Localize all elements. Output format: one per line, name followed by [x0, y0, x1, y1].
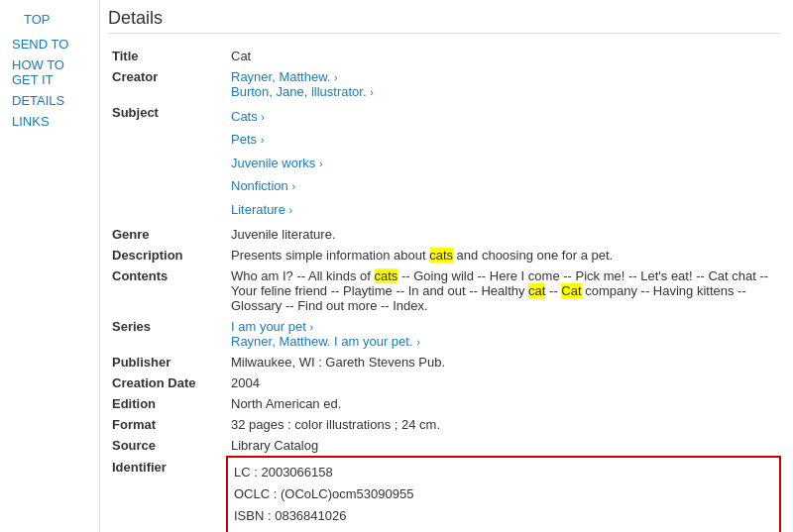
sidebar: TOP SEND TO HOW TO GET IT DETAILS LINKS	[0, 0, 99, 532]
format-value: 32 pages : color illustrations ; 24 cm.	[227, 414, 780, 435]
series2-link[interactable]: Rayner, Matthew. I am your pet.	[231, 334, 413, 349]
genre-label: Genre	[108, 224, 227, 245]
table-row-edition: Edition North American ed.	[108, 393, 780, 414]
source-label: Source	[108, 435, 227, 457]
table-row-format: Format 32 pages : color illustrations ; …	[108, 414, 780, 435]
creation-date-value: 2004	[227, 372, 780, 393]
subject-nonfiction-link[interactable]: Nonfiction	[231, 178, 288, 193]
subject-pets-chevron: ›	[261, 134, 265, 146]
edition-label: Edition	[108, 393, 227, 414]
subject-literature-chevron: ›	[289, 204, 293, 216]
table-row-description: Description Presents simple information …	[108, 245, 780, 266]
details-table: Title Cat Creator Rayner, Matthew. › Bur…	[108, 46, 781, 532]
creation-date-label: Creation Date	[108, 372, 227, 393]
subject-cats-link[interactable]: Cats	[231, 109, 258, 124]
subject-pets-link[interactable]: Pets	[231, 132, 257, 147]
sidebar-item-send-to[interactable]: SEND TO	[12, 37, 87, 52]
subject-cats-chevron: ›	[261, 111, 265, 123]
table-row-identifier: Identifier LC : 2003066158 OCLC : (OCoLC…	[108, 457, 780, 532]
details-section-title: Details	[108, 8, 781, 34]
publisher-label: Publisher	[108, 352, 227, 372]
sidebar-item-top[interactable]: TOP	[24, 12, 87, 27]
identifier-oclc: OCLC : (OCoLC)ocm53090955	[234, 483, 773, 505]
table-row-creation-date: Creation Date 2004	[108, 372, 780, 393]
title-label: Title	[108, 46, 227, 66]
subject-juvenile-link[interactable]: Juvenile works	[231, 156, 315, 170]
source-value: Library Catalog	[227, 435, 780, 457]
series1-link[interactable]: I am your pet	[231, 319, 306, 334]
creator2-link[interactable]: Burton, Jane, illustrator.	[231, 84, 367, 99]
publisher-value: Milwaukee, WI : Gareth Stevens Pub.	[227, 352, 780, 372]
series-label: Series	[108, 316, 227, 352]
table-row-series: Series I am your pet › Rayner, Matthew. …	[108, 316, 780, 352]
identifier-label: Identifier	[108, 457, 227, 532]
description-value: Presents simple information about cats a…	[227, 245, 780, 266]
table-row-title: Title Cat	[108, 46, 780, 66]
contents-value: Who am I? -- All kinds of cats -- Going …	[227, 266, 780, 316]
highlight-cat2: Cat	[561, 283, 581, 298]
title-value: Cat	[227, 46, 780, 66]
table-row-contents: Contents Who am I? -- All kinds of cats …	[108, 266, 780, 316]
edition-value: North American ed.	[227, 393, 780, 414]
identifier-isbn2: ISBN : 9780836841022	[234, 527, 773, 532]
description-label: Description	[108, 245, 227, 266]
identifier-lc: LC : 2003066158	[234, 462, 773, 483]
subject-label: Subject	[108, 102, 227, 224]
highlight-cats2: cats	[375, 268, 398, 283]
identifier-isbn1: ISBN : 0836841026	[234, 505, 773, 527]
creator-values: Rayner, Matthew. › Burton, Jane, illustr…	[227, 66, 780, 102]
format-label: Format	[108, 414, 227, 435]
subject-juvenile-chevron: ›	[319, 158, 323, 169]
creator1-link[interactable]: Rayner, Matthew.	[231, 69, 330, 84]
subject-literature-link[interactable]: Literature	[231, 202, 285, 217]
main-content: Details Title Cat Creator Rayner, Matthe…	[99, 0, 793, 532]
sidebar-item-how-to-get-it[interactable]: HOW TO GET IT	[12, 57, 87, 87]
identifier-values: LC : 2003066158 OCLC : (OCoLC)ocm5309095…	[227, 457, 780, 532]
table-row-publisher: Publisher Milwaukee, WI : Gareth Stevens…	[108, 352, 780, 372]
creator-label: Creator	[108, 66, 227, 102]
table-row-source: Source Library Catalog	[108, 435, 780, 457]
contents-label: Contents	[108, 266, 227, 316]
series-values: I am your pet › Rayner, Matthew. I am yo…	[227, 316, 780, 352]
highlight-cats: cats	[429, 248, 453, 263]
table-row-subject: Subject Cats › Pets › Juvenile works	[108, 102, 780, 224]
sidebar-item-details[interactable]: DETAILS	[12, 93, 87, 108]
subject-nonfiction-chevron: ›	[291, 180, 295, 192]
series1-chevron: ›	[310, 321, 314, 333]
series2-chevron: ›	[416, 336, 420, 348]
creator1-chevron: ›	[334, 71, 338, 83]
page-container: TOP SEND TO HOW TO GET IT DETAILS LINKS …	[0, 0, 793, 532]
subject-list: Cats › Pets › Juvenile works › Nonf	[227, 102, 780, 224]
creator2-chevron: ›	[370, 86, 374, 98]
table-row-genre: Genre Juvenile literature.	[108, 224, 780, 245]
highlight-cat1: cat	[528, 283, 545, 298]
sidebar-item-links[interactable]: LINKS	[12, 114, 87, 129]
genre-value: Juvenile literature.	[227, 224, 780, 245]
table-row-creator: Creator Rayner, Matthew. › Burton, Jane,…	[108, 66, 780, 102]
